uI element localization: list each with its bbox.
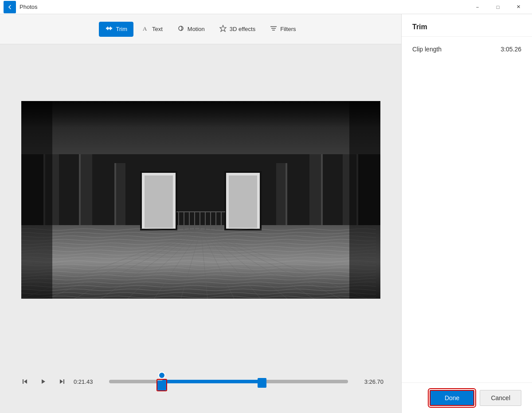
timeline-selection: [162, 380, 262, 383]
titlebar: Photos − □ ✕: [0, 0, 532, 14]
timeline-track-container: [105, 370, 352, 393]
back-button[interactable]: [4, 1, 16, 13]
svg-point-4: [179, 26, 183, 31]
right-trim-handle[interactable]: [258, 378, 266, 388]
svg-marker-11: [42, 379, 45, 384]
trim-label: Trim: [116, 26, 127, 32]
video-canvas: [21, 101, 380, 299]
filters-label: Filters: [280, 26, 296, 32]
video-container: [0, 44, 401, 355]
left-handle-outline: [156, 379, 167, 391]
svg-marker-5: [220, 25, 226, 31]
filters-icon: [270, 24, 278, 34]
trim-icon: [105, 24, 113, 34]
text-icon: A: [141, 24, 149, 34]
left-trim-handle[interactable]: [156, 372, 167, 391]
effects-icon: [219, 24, 227, 34]
motion-icon: [177, 24, 185, 34]
timeline-area: 0:21.43: [0, 355, 401, 413]
step-back-button[interactable]: [18, 374, 32, 389]
main-layout: Trim A Text Motion: [0, 14, 532, 413]
svg-rect-0: [106, 27, 112, 29]
play-button[interactable]: [36, 374, 51, 389]
effects-button[interactable]: 3D effects: [213, 22, 262, 37]
svg-rect-1: [107, 27, 108, 30]
svg-marker-12: [60, 379, 63, 384]
clip-length-row: Clip length 3:05.26: [412, 46, 521, 53]
right-panel: Trim Clip length 3:05.26 Done Cancel: [401, 14, 532, 413]
close-button[interactable]: ✕: [508, 0, 528, 14]
minimize-button[interactable]: −: [467, 0, 488, 14]
effects-label: 3D effects: [230, 26, 255, 32]
svg-rect-10: [23, 379, 23, 384]
left-handle-rect[interactable]: [157, 381, 166, 390]
filters-button[interactable]: Filters: [263, 22, 302, 37]
playback-controls: 0:21.43: [18, 370, 383, 393]
svg-rect-2: [110, 27, 111, 30]
clip-length-label: Clip length: [412, 46, 442, 53]
app-title: Photos: [20, 4, 467, 10]
text-button[interactable]: A Text: [135, 22, 169, 37]
right-handle-rect[interactable]: [258, 378, 266, 388]
panel-content: Clip length 3:05.26: [402, 37, 532, 382]
maximize-button[interactable]: □: [488, 0, 508, 14]
window-controls: − □ ✕: [467, 0, 528, 14]
panel-title: Trim: [402, 14, 532, 37]
done-button[interactable]: Done: [430, 390, 474, 406]
svg-rect-13: [63, 379, 64, 384]
text-label: Text: [152, 26, 163, 32]
timeline-track[interactable]: [109, 380, 348, 383]
clip-length-value: 3:05.26: [501, 46, 521, 53]
video-frame: [21, 101, 380, 299]
current-time: 0:21.43: [74, 378, 100, 385]
step-forward-button[interactable]: [55, 374, 69, 389]
editor-area: Trim A Text Motion: [0, 14, 401, 413]
svg-text:A: A: [143, 25, 147, 32]
svg-marker-9: [24, 379, 27, 384]
cancel-button[interactable]: Cancel: [480, 390, 521, 406]
handle-circle: [158, 372, 165, 379]
motion-button[interactable]: Motion: [171, 22, 211, 37]
motion-label: Motion: [188, 26, 205, 32]
panel-footer: Done Cancel: [402, 382, 532, 413]
trim-button[interactable]: Trim: [99, 22, 133, 37]
toolbar: Trim A Text Motion: [0, 14, 401, 44]
end-time: 3:26.70: [357, 378, 383, 385]
